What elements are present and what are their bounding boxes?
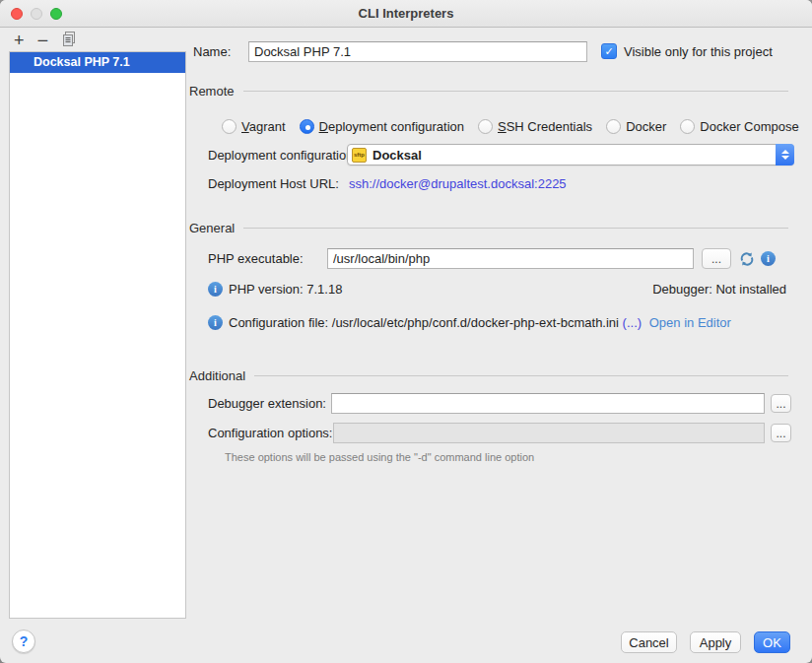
ok-button[interactable]: OK: [754, 631, 790, 653]
radio-icon: [478, 119, 493, 134]
config-file-info-icon: i: [208, 315, 223, 330]
radio-icon: [222, 119, 237, 134]
combobox-stepper-icon: [776, 144, 794, 166]
config-file-row: Configuration file: /usr/local/etc/php/c…: [229, 312, 731, 333]
cli-interpreters-dialog: CLI Interpreters + − Docksal PHP 7.1 Nam…: [0, 0, 812, 663]
debugger-extension-input[interactable]: [331, 393, 765, 414]
name-input[interactable]: [248, 41, 587, 62]
php-version-text: PHP version: 7.1.18: [229, 279, 342, 299]
section-divider: [254, 375, 788, 376]
additional-section-header: Additional: [189, 367, 788, 383]
visible-only-checkbox[interactable]: ✓: [601, 43, 617, 59]
radio-ssh-credentials[interactable]: SSH Credentials: [478, 119, 592, 134]
remove-interpreter-button[interactable]: −: [37, 32, 49, 49]
general-section-header: General: [189, 220, 788, 235]
radio-docker-compose[interactable]: Docker Compose: [680, 119, 798, 134]
radio-icon: [680, 119, 695, 134]
deployment-configuration-value: Docksal: [372, 148, 422, 163]
copy-interpreter-button[interactable]: [61, 31, 77, 50]
interpreter-list-toolbar: + −: [14, 31, 77, 50]
additional-section-title: Additional: [189, 368, 245, 383]
radio-icon: [606, 119, 621, 134]
minus-icon: −: [37, 30, 49, 51]
apply-button[interactable]: Apply: [690, 631, 741, 653]
remote-type-radio-group: Vagrant Deployment configuration SSH Cre…: [222, 117, 812, 135]
debugger-status-text: Debugger: Not installed: [652, 279, 786, 299]
deployment-configuration-select[interactable]: sftp Docksal: [347, 144, 794, 166]
remote-section-header: Remote: [189, 83, 788, 99]
php-version-info-icon: i: [208, 282, 223, 297]
php-executable-label: PHP executable:: [208, 248, 304, 269]
php-executable-input[interactable]: [327, 248, 694, 269]
open-in-editor-link[interactable]: Open in Editor: [649, 315, 731, 330]
titlebar: CLI Interpreters: [0, 0, 812, 28]
debugger-extension-label: Debugger extension:: [208, 393, 326, 414]
remote-section-title: Remote: [189, 84, 235, 99]
help-button[interactable]: ?: [12, 630, 35, 653]
config-file-text: Configuration file: /usr/local/etc/php/c…: [229, 315, 619, 330]
radio-icon-selected: [300, 119, 314, 134]
radio-docker[interactable]: Docker: [606, 119, 666, 134]
configuration-options-note: These options will be passed using the "…: [225, 451, 534, 463]
sftp-file-icon: sftp: [352, 148, 367, 163]
configuration-options-input: [333, 423, 765, 443]
radio-deployment-configuration[interactable]: Deployment configuration: [300, 119, 464, 134]
browse-php-executable-button[interactable]: ...: [702, 248, 731, 269]
config-file-ellipsis-link[interactable]: (...): [623, 315, 643, 330]
configuration-options-label: Configuration options:: [208, 423, 332, 443]
list-item-docksal-php[interactable]: Docksal PHP 7.1: [10, 52, 185, 73]
radio-vagrant[interactable]: Vagrant: [222, 119, 286, 134]
reload-phpinfo-icon[interactable]: [738, 250, 756, 268]
plus-icon: +: [14, 31, 25, 50]
deployment-host-url-link[interactable]: ssh://docker@drupaltest.docksal:2225: [349, 173, 567, 194]
add-interpreter-button[interactable]: +: [14, 32, 25, 49]
name-label: Name:: [193, 41, 231, 62]
deployment-configuration-label: Deployment configuration:: [208, 145, 357, 166]
deployment-host-url-label: Deployment Host URL:: [208, 173, 339, 194]
section-divider: [243, 228, 788, 229]
visible-only-label[interactable]: Visible only for this project: [624, 41, 773, 62]
browse-debugger-extension-button[interactable]: ...: [771, 394, 791, 413]
browse-configuration-options-button[interactable]: ...: [771, 424, 791, 442]
section-divider: [243, 91, 788, 92]
cancel-button[interactable]: Cancel: [621, 631, 677, 653]
general-section-title: General: [189, 221, 235, 235]
copy-icon: [61, 32, 77, 51]
window-title: CLI Interpreters: [0, 0, 812, 28]
interpreter-list: Docksal PHP 7.1: [9, 51, 186, 619]
php-executable-info-icon[interactable]: i: [761, 251, 776, 266]
